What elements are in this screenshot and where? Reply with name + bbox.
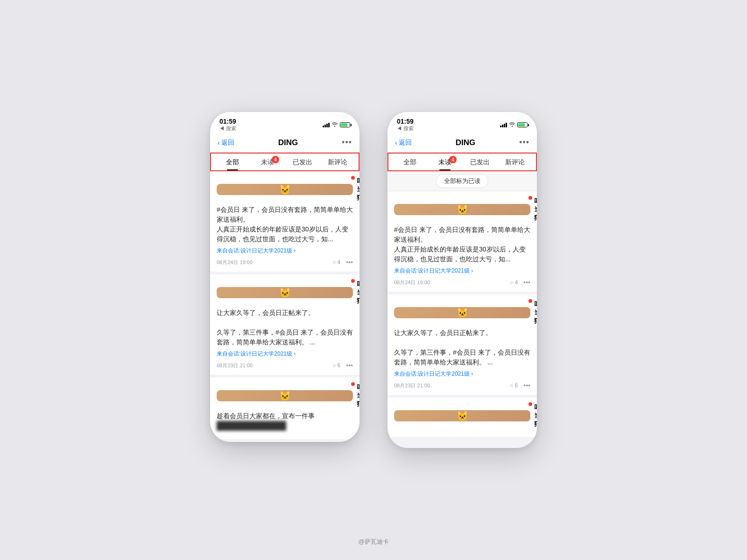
tab-unread-2[interactable]: 未读 4 [427, 154, 462, 170]
back-chevron-icon-2: ‹ [395, 139, 397, 147]
phone-2: 01:59 ◀ 搜索 [388, 112, 537, 448]
nav-title-2: DING [456, 138, 476, 147]
time-1: 01:59 [219, 118, 236, 125]
tab-sent-2[interactable]: 已发出 [462, 154, 497, 170]
signal-area-1 [323, 122, 350, 128]
comment-icon-1: ○ [332, 259, 336, 266]
wifi-icon-2 [509, 122, 515, 128]
post-actions-p2-1: ○ 4 ••• [510, 279, 530, 286]
post-card-p2-3: 🐱 叮当猫 ████████ [388, 398, 537, 437]
blurred-content-3: ███████████████ [217, 421, 286, 431]
comment-icon-p2-2: ○ [510, 382, 513, 389]
post-time-p2-1: 08月24日 19:00 [394, 279, 430, 286]
comment-icon-p2-1: ○ [510, 279, 513, 286]
comment-btn-p2-2[interactable]: ○ 6 [510, 382, 518, 389]
comment-btn-2[interactable]: ○ 6 [332, 362, 340, 369]
battery-2 [517, 122, 528, 127]
post-time-2: 08月23日 21:00 [217, 362, 253, 369]
back-label-2: 返回 [399, 139, 412, 147]
avatar-p2-2: 🐱 [394, 307, 530, 318]
status-bar-2: 01:59 ◀ 搜索 [388, 112, 537, 134]
avatar-2: 🐱 [217, 287, 353, 298]
signal-bars-2 [500, 123, 507, 127]
tab-all-2[interactable]: 全部 [392, 154, 427, 170]
mark-all-bar: 全部标为已读 [388, 171, 537, 191]
author-name-3: 叮当猫 [357, 383, 359, 408]
source-link-p2-2[interactable]: 来自会话:设计日记大学2021级 › [394, 370, 530, 378]
tab-all-1[interactable]: 全部 [215, 154, 250, 170]
unread-dot-1 [351, 176, 355, 180]
post-card-3: 🐱 叮当猫 趁着会员日大家都在，宣布一件事 ███████████████ [210, 378, 359, 439]
signal-area-2 [500, 122, 528, 128]
tab-comments-2[interactable]: 新评论 [497, 154, 532, 170]
mark-all-btn[interactable]: 全部标为已读 [436, 174, 488, 188]
tabs-1: 全部 未读 4 已发出 新评论 [210, 153, 359, 171]
post-time-p2-2: 08月23日 21:00 [394, 382, 430, 389]
post-footer-1: 08月24日 19:00 ○ 4 ••• [217, 259, 353, 266]
more-btn-p2-2[interactable]: ••• [523, 382, 530, 389]
author-name-2: 叮当猫 [357, 280, 359, 305]
avatar-1: 🐱 [217, 184, 353, 195]
time-2: 01:59 [397, 118, 414, 125]
author-name-p2-3: 叮当猫 [534, 403, 537, 428]
post-header-p2-1: 🐱 叮当猫 [394, 197, 530, 222]
post-footer-p2-2: 08月23日 21:00 ○ 6 ••• [394, 382, 530, 389]
nav-back-2[interactable]: ‹ 返回 [395, 139, 412, 147]
post-header-3: 🐱 叮当猫 [217, 383, 353, 408]
post-card-1: 🐱 叮当猫 #会员日 来了，会员日没有套路，简简单单给大家送福利。 人真正开始成… [210, 171, 359, 272]
post-content-p2-1: #会员日 来了，会员日没有套路，简简单单给大家送福利。 人真正开始成长的年龄应该… [394, 225, 530, 264]
source-link-p2-1[interactable]: 来自会话:设计日记大学2021级 › [394, 267, 530, 275]
unread-dot-p2-2 [529, 299, 532, 303]
source-link-1[interactable]: 来自会话:设计日记大学2021级 › [217, 247, 353, 255]
post-content-p2-2: 让大家久等了，会员日正帖来了。 久等了，第三件事，#会员日 来了，会员日没有套路… [394, 328, 530, 367]
tab-sent-1[interactable]: 已发出 [285, 154, 320, 170]
nav-more-btn-1[interactable]: ••• [342, 138, 352, 147]
nav-more-btn-2[interactable]: ••• [519, 138, 529, 147]
back-status-1: ◀ 搜索 [219, 125, 236, 132]
source-link-2[interactable]: 来自会话:设计日记大学2021级 › [217, 350, 353, 358]
unread-dot-3 [351, 382, 355, 386]
tabs-2: 全部 未读 4 已发出 新评论 [388, 153, 537, 171]
author-name-p2-1: 叮当猫 [534, 197, 537, 222]
more-btn-1[interactable]: ••• [346, 259, 353, 266]
nav-bar-1: ‹ 返回 DING ••• [210, 134, 359, 153]
watermark: @萨瓦迪卡 [358, 538, 388, 546]
comment-icon-2: ○ [332, 362, 336, 369]
avatar-p2-3: 🐱 [394, 410, 530, 421]
post-content-2: 让大家久等了，会员日正帖来了。 久等了，第三件事，#会员日 来了，会员日没有套路… [217, 308, 353, 347]
unread-dot-p2-1 [529, 196, 532, 200]
battery-1 [340, 122, 350, 127]
author-name-p2-2: 叮当猫 [534, 300, 537, 325]
unread-dot-p2-3 [529, 402, 532, 406]
comment-btn-1[interactable]: ○ 4 [332, 259, 340, 266]
nav-title-1: DING [278, 138, 298, 147]
nav-bar-2: ‹ 返回 DING ••• [388, 134, 537, 153]
post-actions-2: ○ 6 ••• [332, 362, 353, 369]
post-footer-2: 08月23日 21:00 ○ 6 ••• [217, 362, 353, 369]
post-header-2: 🐱 叮当猫 [217, 280, 353, 305]
comment-btn-p2-1[interactable]: ○ 4 [510, 279, 518, 286]
tab-unread-1[interactable]: 未读 4 [250, 154, 285, 170]
post-content-1: #会员日 来了，会员日没有套路，简简单单给大家送福利。 人真正开始成长的年龄应该… [217, 205, 353, 244]
post-actions-p2-2: ○ 6 ••• [510, 382, 530, 389]
more-btn-2[interactable]: ••• [346, 362, 353, 369]
back-label-1: 返回 [221, 139, 234, 147]
content-area-1[interactable]: 🐱 叮当猫 #会员日 来了，会员日没有套路，简简单单给大家送福利。 人真正开始成… [210, 171, 359, 442]
author-name-1: 叮当猫 [357, 177, 359, 202]
post-time-1: 08月24日 19:00 [217, 259, 253, 266]
status-bar-1: 01:59 ◀ 搜索 [210, 112, 359, 134]
post-content-3: 趁着会员日大家都在，宣布一件事 ███████████████ [217, 411, 353, 431]
content-area-2[interactable]: 🐱 叮当猫 #会员日 来了，会员日没有套路，简简单单给大家送福利。 人真正开始成… [388, 191, 537, 448]
nav-back-1[interactable]: ‹ 返回 [218, 139, 234, 147]
more-btn-p2-1[interactable]: ••• [523, 279, 530, 286]
post-footer-p2-1: 08月24日 19:00 ○ 4 ••• [394, 279, 530, 286]
post-card-2: 🐱 叮当猫 让大家久等了，会员日正帖来了。 久等了，第三件事，#会员日 来了，会… [210, 274, 359, 375]
wifi-icon-1 [331, 122, 338, 128]
unread-badge-1: 4 [272, 156, 279, 163]
avatar-3: 🐱 [217, 390, 353, 401]
tab-comments-1[interactable]: 新评论 [320, 154, 355, 170]
post-card-p2-1: 🐱 叮当猫 #会员日 来了，会员日没有套路，简简单单给大家送福利。 人真正开始成… [388, 191, 537, 292]
back-chevron-icon-1: ‹ [218, 139, 220, 147]
post-header-p2-3: 🐱 叮当猫 ████████ [394, 403, 530, 428]
unread-badge-2: 4 [449, 156, 457, 163]
